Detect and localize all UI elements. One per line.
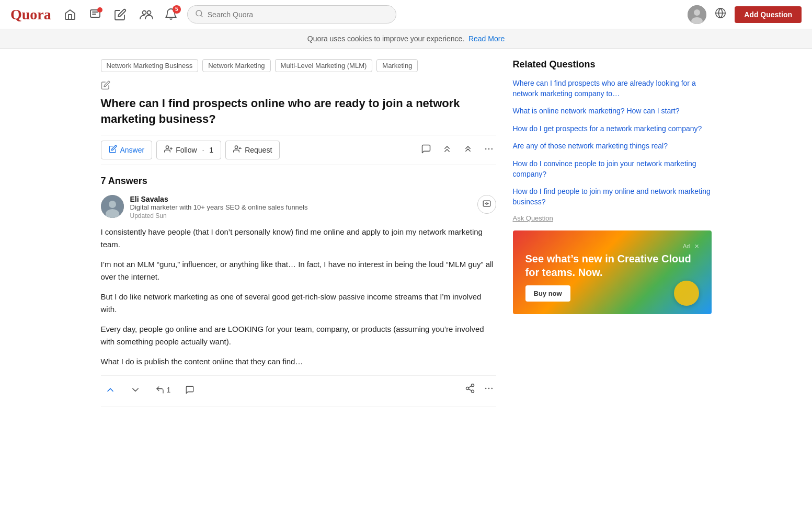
notifications-icon[interactable]: 5 [165, 8, 177, 21]
share-answer-button[interactable] [463, 381, 477, 398]
svg-line-6 [201, 15, 202, 17]
request-button[interactable]: Request [225, 141, 280, 159]
related-question-item: How do I find people to join my online a… [513, 187, 712, 207]
ad-label: Ad [683, 243, 690, 250]
search-icon [195, 9, 203, 19]
nav-icons: 5 [64, 8, 177, 21]
related-question-link[interactable]: Are any of those network marketing thing… [513, 141, 712, 152]
navbar: Quora 5 [0, 0, 812, 29]
related-question-link[interactable]: How do I find people to join my online a… [513, 187, 712, 207]
request-icon [233, 145, 242, 155]
language-icon[interactable] [715, 7, 726, 22]
svg-rect-22 [483, 201, 490, 207]
svg-point-33 [491, 388, 493, 389]
answer-action-button[interactable] [477, 195, 496, 214]
author-info: Eli Savalas Digital marketer with 10+ ye… [130, 195, 471, 220]
comment-button[interactable] [181, 383, 199, 397]
related-question-link[interactable]: How do I convince people to join your ne… [513, 159, 712, 179]
related-question-item: Where can I find prospects who are alrea… [513, 78, 712, 99]
follow-count: 1 [209, 146, 213, 154]
question-title: Where can I find prospects online who ar… [101, 96, 496, 126]
topic-tags: Network Marketing BusinessNetwork Market… [101, 59, 496, 72]
answers-icon[interactable] [89, 8, 101, 21]
related-questions-title: Related Questions [513, 59, 712, 70]
main-content: Network Marketing BusinessNetwork Market… [101, 59, 496, 407]
reply-button[interactable]: 1 [151, 383, 175, 397]
topic-tag[interactable]: Marketing [376, 59, 418, 72]
community-icon[interactable] [139, 8, 153, 21]
follow-button[interactable]: Follow · 1 [156, 141, 221, 159]
action-bar-right [419, 142, 496, 159]
create-icon[interactable] [114, 8, 127, 21]
topic-tag[interactable]: Network Marketing [202, 59, 270, 72]
svg-point-17 [488, 148, 489, 150]
ask-question-link[interactable]: Ask Question [513, 214, 712, 222]
svg-point-20 [109, 201, 116, 208]
svg-point-3 [142, 10, 146, 14]
search-bar[interactable] [187, 5, 396, 24]
share-icon-btn[interactable] [461, 142, 475, 159]
cookie-banner: Quora uses cookies to improve your exper… [0, 29, 812, 49]
topic-tag[interactable]: Multi-Level Marketing (MLM) [275, 59, 373, 72]
related-question-link[interactable]: What is online network marketing? How ca… [513, 106, 712, 117]
svg-point-31 [485, 388, 486, 389]
downvote-icon-btn[interactable] [440, 142, 454, 159]
svg-point-8 [694, 9, 700, 16]
search-input[interactable] [208, 10, 388, 19]
svg-line-30 [468, 386, 472, 388]
author-updated: Updated Sun [130, 212, 471, 220]
edit-icon[interactable] [101, 80, 496, 91]
answer-paragraph: But I do like network marketing as one o… [101, 291, 496, 316]
page-layout: Network Marketing BusinessNetwork Market… [93, 49, 720, 418]
more-answer-button[interactable] [482, 381, 496, 398]
reply-count: 1 [167, 386, 171, 394]
answer-paragraph: I consistently have people (that I don’t… [101, 226, 496, 251]
add-question-button[interactable]: Add Question [735, 6, 802, 23]
follow-label: Follow [176, 146, 197, 154]
related-question-item: What is online network marketing? How ca… [513, 106, 712, 117]
user-avatar[interactable] [688, 5, 706, 24]
answer-paragraph: What I do is publish the content online … [101, 355, 496, 368]
answer-header: Eli Savalas Digital marketer with 10+ ye… [101, 195, 496, 220]
navbar-right: Add Question [688, 5, 802, 24]
related-question-link[interactable]: Where can I find prospects who are alrea… [513, 78, 712, 99]
comment-icon-btn[interactable] [419, 142, 433, 159]
read-more-link[interactable]: Read More [468, 34, 505, 43]
ad-close-icon[interactable]: ✕ [694, 243, 699, 250]
home-icon[interactable] [64, 8, 76, 21]
related-question-item: How do I convince people to join your ne… [513, 159, 712, 179]
answer-item: Eli Savalas Digital marketer with 10+ ye… [101, 195, 496, 407]
answer-paragraph: I’m not an MLM “guru,” influencer, or an… [101, 258, 496, 283]
svg-point-32 [488, 388, 489, 389]
answer-footer-right [463, 381, 496, 398]
answer-body: I consistently have people (that I don’t… [101, 226, 496, 368]
answers-count: 7 Answers [101, 176, 496, 187]
related-question-item: Are any of those network marketing thing… [513, 141, 712, 152]
follow-icon [164, 145, 173, 155]
ad-top-bar: Ad ✕ [525, 243, 699, 250]
action-bar: Answer Follow · 1 Request [101, 135, 496, 165]
answer-label: Answer [120, 146, 145, 154]
related-question-link[interactable]: How do I get prospects for a network mar… [513, 124, 712, 134]
answer-paragraph: Every day, people go online and are LOOK… [101, 323, 496, 348]
downvote-button[interactable] [126, 383, 145, 397]
topic-tag[interactable]: Network Marketing Business [101, 59, 199, 72]
more-icon-btn[interactable] [482, 142, 496, 159]
ad-buy-button[interactable]: Buy now [525, 285, 570, 302]
answer-button[interactable]: Answer [101, 141, 153, 159]
upvote-button[interactable] [101, 383, 120, 397]
answer-footer: 1 [101, 375, 496, 398]
cookie-text: Quora uses cookies to improve your exper… [307, 34, 464, 43]
svg-point-16 [485, 148, 486, 150]
notifications-badge: 5 [173, 5, 181, 14]
sidebar: Related Questions Where can I find prosp… [513, 59, 712, 407]
svg-point-4 [147, 10, 151, 14]
author-title: Digital marketer with 10+ years SEO & on… [130, 203, 471, 211]
author-name[interactable]: Eli Savalas [130, 195, 471, 203]
svg-point-18 [491, 148, 493, 150]
svg-line-29 [468, 389, 472, 391]
related-questions-list: Where can I find prospects who are alrea… [513, 78, 712, 207]
quora-logo[interactable]: Quora [10, 6, 51, 23]
author-avatar[interactable] [101, 195, 124, 218]
answer-icon [109, 145, 117, 155]
